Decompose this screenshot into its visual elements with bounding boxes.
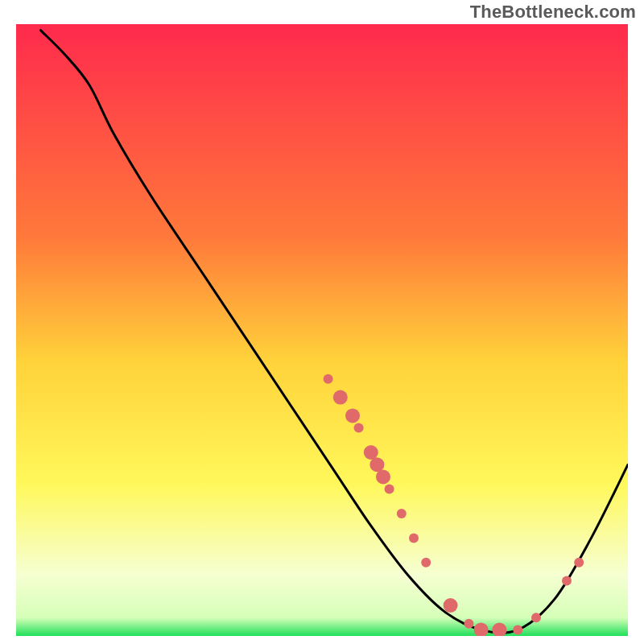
data-marker xyxy=(574,558,584,568)
data-marker xyxy=(444,598,458,613)
data-marker xyxy=(397,509,407,518)
data-marker xyxy=(562,576,572,586)
plot-area xyxy=(16,24,628,636)
data-marker xyxy=(354,423,364,433)
data-marker xyxy=(421,558,431,568)
watermark-text: TheBottleneck.com xyxy=(470,2,636,23)
data-marker xyxy=(513,625,522,634)
data-marker xyxy=(376,469,390,484)
data-marker xyxy=(409,533,419,543)
data-marker xyxy=(385,485,394,494)
data-marker xyxy=(345,408,360,423)
chart-container: TheBottleneck.com xyxy=(0,0,644,644)
chart-svg xyxy=(16,24,628,636)
gradient-background xyxy=(16,24,628,636)
data-marker xyxy=(333,390,348,405)
data-marker xyxy=(464,619,473,629)
data-marker xyxy=(324,374,333,384)
data-marker xyxy=(531,613,541,622)
